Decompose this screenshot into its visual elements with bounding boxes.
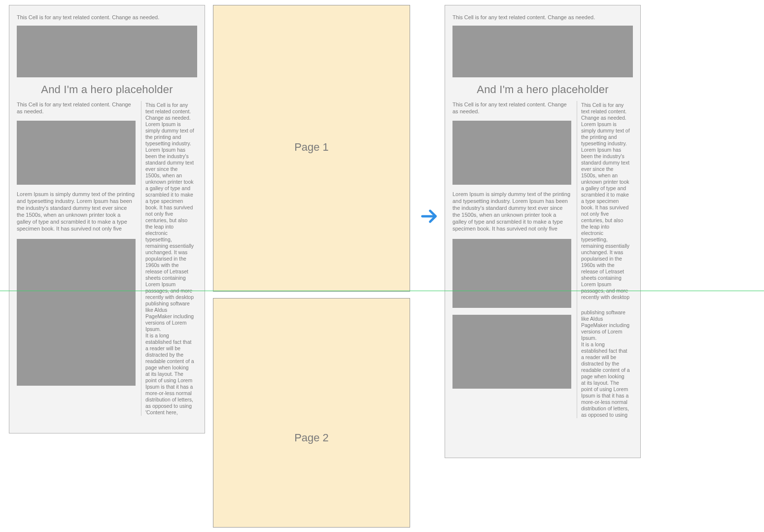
- page-1: Page 1: [213, 5, 410, 292]
- left-column-caption: This Cell is for any text related conten…: [17, 101, 136, 115]
- arrow-right-icon: [420, 207, 439, 226]
- right-column: This Cell is for any text related conten…: [577, 101, 630, 418]
- image-placeholder-split-top: [452, 239, 571, 308]
- hero-title: And I'm a hero placeholder: [445, 83, 640, 96]
- content-columns: This Cell is for any text related conten…: [445, 101, 640, 423]
- top-caption: This Cell is for any text related conten…: [445, 5, 640, 21]
- page-1-label: Page 1: [213, 141, 410, 154]
- before-panel: This Cell is for any text related conten…: [9, 5, 205, 433]
- right-column: This Cell is for any text related conten…: [141, 101, 194, 416]
- left-column: This Cell is for any text related conten…: [17, 101, 141, 416]
- image-placeholder-medium: [452, 121, 571, 185]
- right-column-text-part1: This Cell is for any text related conten…: [581, 102, 630, 300]
- image-placeholder-large: [17, 239, 136, 386]
- left-column-caption: This Cell is for any text related conten…: [452, 101, 571, 115]
- after-panel: This Cell is for any text related conten…: [445, 5, 641, 458]
- left-column-paragraph: Lorem Ipsum is simply dummy text of the …: [452, 191, 571, 232]
- right-column-text-part2: publishing software like Aldus PageMaker…: [581, 309, 630, 418]
- page-break-guideline: [0, 291, 764, 291]
- page-2: Page 2: [213, 298, 410, 528]
- image-placeholder-split-bottom: [452, 315, 571, 389]
- image-placeholder-medium: [17, 121, 136, 185]
- left-column: This Cell is for any text related conten…: [452, 101, 577, 418]
- hero-image-placeholder: [452, 26, 633, 77]
- page-2-label: Page 2: [213, 432, 410, 444]
- right-column-text: This Cell is for any text related conten…: [145, 102, 194, 416]
- hero-title: And I'm a hero placeholder: [9, 83, 205, 96]
- content-columns: This Cell is for any text related conten…: [9, 101, 205, 421]
- top-caption: This Cell is for any text related conten…: [9, 5, 205, 21]
- hero-image-placeholder: [17, 26, 197, 77]
- left-column-paragraph: Lorem Ipsum is simply dummy text of the …: [17, 191, 136, 232]
